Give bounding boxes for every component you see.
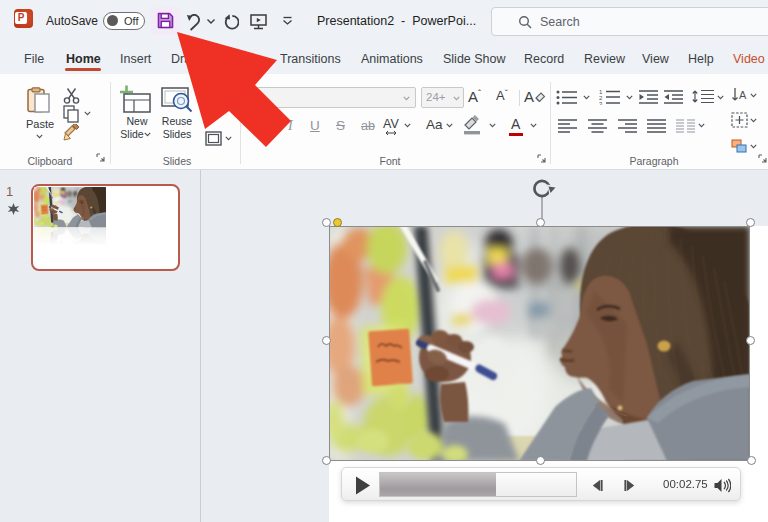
svg-text:3: 3 xyxy=(599,101,603,105)
svg-text:A: A xyxy=(739,89,747,101)
